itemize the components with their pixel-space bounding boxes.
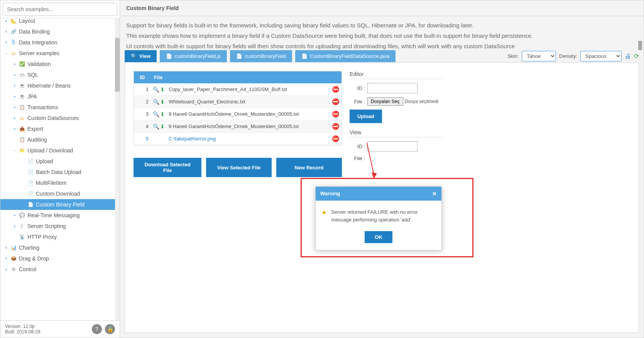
table-row[interactable]: 3🔍⬇9 Haneli GarantiHızlıÖdeme_Ornek_Must… xyxy=(134,108,341,120)
tree-toggle-icon[interactable]: + xyxy=(14,84,18,88)
tree-toggle-icon[interactable]: + xyxy=(14,224,18,228)
tabs-row: 🔍View📄customBinaryField.js📄customBinaryF… xyxy=(120,50,644,62)
tab-custombinaryfield[interactable]: 📄customBinaryField xyxy=(230,50,292,62)
view-icon[interactable]: 🔍 xyxy=(153,86,159,93)
tree-item-real-time-messaging[interactable]: +💬Real-Time Messaging xyxy=(0,210,120,221)
table-row[interactable]: 5C:\fakepath\error.png⛔ xyxy=(134,133,341,145)
tree-node-icon: 📋 xyxy=(19,104,25,110)
header-file[interactable]: File xyxy=(151,71,341,83)
tree-item-sql[interactable]: +🗃SQL xyxy=(0,69,120,80)
tree-item-data-binding[interactable]: +🔗Data Binding xyxy=(0,26,120,37)
view-title: View xyxy=(350,129,442,137)
view-icon[interactable]: 🔍 xyxy=(153,123,159,130)
delete-icon[interactable]: ⛔ xyxy=(330,86,341,93)
header-id[interactable]: ID xyxy=(134,71,151,83)
tree-item-label: Server examples xyxy=(19,50,59,56)
tree-item-auditing[interactable]: 📋Auditing xyxy=(0,134,120,145)
skin-select[interactable]: Tahoe xyxy=(522,51,556,61)
table-row[interactable]: 2🔍⬇Whiteboard_Quartet_Electronic.txt⛔ xyxy=(134,96,341,108)
tree-item-drag-drop[interactable]: +📦Drag & Drop xyxy=(0,253,120,264)
tree-item-label: Custom Binary Field xyxy=(36,201,85,208)
tree-item-custom-binary-field[interactable]: 📄Custom Binary Field xyxy=(0,199,120,210)
tree-item-multifileitem[interactable]: 📄MultiFileItem xyxy=(0,177,120,188)
tree-item-export[interactable]: +📤Export xyxy=(0,123,120,134)
desc-scroll-thumb[interactable] xyxy=(638,41,642,50)
tree-item-data-integration[interactable]: +🗄Data Integration xyxy=(0,37,120,48)
tree-item-server-scripting[interactable]: +ƒServer Scripting xyxy=(0,221,120,232)
search-input[interactable] xyxy=(3,3,117,16)
delete-icon[interactable]: ⛔ xyxy=(330,110,341,118)
tree-toggle-icon[interactable]: + xyxy=(14,95,18,99)
tree-item-label: MultiFileItem xyxy=(36,180,66,186)
lock-button[interactable]: 🔒 xyxy=(105,324,115,334)
table-row[interactable]: 1🔍⬇Copy_laser_Paper_Parchment_A4_110GSM_… xyxy=(134,83,341,96)
tree-toggle-icon[interactable]: + xyxy=(5,19,10,23)
view-id-input[interactable] xyxy=(367,141,418,152)
tree-item-label: Real-Time Messaging xyxy=(27,212,80,218)
tree-toggle-icon[interactable]: + xyxy=(14,73,18,77)
tree-toggle-icon[interactable]: + xyxy=(14,213,18,218)
download-icon[interactable]: ⬇ xyxy=(160,123,165,130)
tree-toggle-icon[interactable]: + xyxy=(5,246,10,250)
tree-item-http-proxy[interactable]: 📡HTTP Proxy xyxy=(0,232,120,242)
view-icon[interactable]: 🔍 xyxy=(153,99,159,105)
nav-tree[interactable]: +📐Layout+🔗Data Binding+🗄Data Integration… xyxy=(0,19,120,320)
new-record-button[interactable]: New Record xyxy=(276,158,342,177)
tree-item-charting[interactable]: +📊Charting xyxy=(0,242,120,253)
table-row[interactable]: 4🔍⬇9 Haneli GarantiHızlıÖdeme_Ornek_Must… xyxy=(134,120,341,133)
tree-item-server-examples[interactable]: −🗂Server examples xyxy=(0,48,120,59)
tree-toggle-icon[interactable]: + xyxy=(5,41,10,45)
refresh-icon[interactable]: ⟳ xyxy=(634,52,639,60)
tree-toggle-icon[interactable]: + xyxy=(14,116,18,120)
tree-item-batch-data-upload[interactable]: 📄Batch Data Upload xyxy=(0,167,120,177)
view-button[interactable]: View Selected File xyxy=(206,158,272,177)
tree-item-jpa[interactable]: +☕JPA xyxy=(0,91,120,102)
cell-id: 4 xyxy=(134,123,151,129)
download-icon[interactable]: ⬇ xyxy=(160,86,165,93)
tree-item-custom-download[interactable]: 📄Custom Download xyxy=(0,188,120,199)
tree-toggle-icon[interactable]: − xyxy=(5,51,10,56)
desc-p2: This example shows how to implement a bi… xyxy=(126,30,637,41)
tree-scrollbar[interactable] xyxy=(115,19,120,320)
density-select[interactable]: Spacious xyxy=(580,51,622,61)
tree-item-upload[interactable]: 📄Upload xyxy=(0,156,120,167)
data-grid[interactable]: ID File 1🔍⬇Copy_laser_Paper_Parchment_A4… xyxy=(134,71,342,145)
download-icon[interactable]: ⬇ xyxy=(160,111,165,117)
upload-button[interactable]: Upload xyxy=(350,110,382,123)
view-icon[interactable]: 🔍 xyxy=(153,111,159,117)
tree-toggle-icon[interactable]: + xyxy=(5,257,10,261)
tab-custombinaryfielddatasource-java[interactable]: 📄CustomBinaryFieldDataSource.java xyxy=(295,50,396,62)
tree-item-custom-datasources[interactable]: +🗂Custom DataSources xyxy=(0,113,120,123)
print-icon[interactable]: 🖨 xyxy=(625,53,631,60)
delete-icon[interactable]: ⛔ xyxy=(330,135,341,142)
tree-item-layout[interactable]: +📐Layout xyxy=(0,19,120,26)
version-text: Version: 12.0p xyxy=(5,324,40,329)
tree-node-icon: 📄 xyxy=(27,169,34,175)
help-button[interactable]: ? xyxy=(92,324,102,334)
delete-icon[interactable]: ⛔ xyxy=(330,98,341,105)
tree-item-upload-download[interactable]: −📁Upload / Download xyxy=(0,145,120,156)
tree-toggle-icon[interactable]: + xyxy=(5,30,10,34)
file-icon: 📄 xyxy=(236,53,242,59)
tree-toggle-icon[interactable]: + xyxy=(14,62,18,66)
download-icon[interactable]: ⬇ xyxy=(160,99,165,105)
tree-item-control[interactable]: +⚙Control xyxy=(0,264,120,275)
tree-toggle-icon[interactable]: − xyxy=(14,149,18,153)
choose-file-button[interactable]: Dosyaları Seç xyxy=(367,97,403,106)
tree-item-validation[interactable]: +✅Validation xyxy=(0,59,120,69)
tree-scroll-thumb[interactable] xyxy=(115,38,120,92)
tree-toggle-icon[interactable]: + xyxy=(5,267,10,272)
cell-file: Whiteboard_Quartet_Electronic.txt xyxy=(166,99,330,105)
tree-toggle-icon[interactable]: + xyxy=(14,127,18,131)
download-button[interactable]: Download Selected File xyxy=(134,158,201,177)
tree-item-hibernate-beans[interactable]: +☕Hibernate / Beans xyxy=(0,80,120,91)
skin-label: Skin: xyxy=(507,53,519,59)
tab-custombinaryfield-js[interactable]: 📄customBinaryField.js xyxy=(160,50,227,62)
editor-id-input[interactable] xyxy=(367,83,418,93)
tree-toggle-icon[interactable]: + xyxy=(14,105,18,110)
tree-item-transactions[interactable]: +📋Transactions xyxy=(0,102,120,113)
ok-button[interactable]: OK xyxy=(365,231,392,243)
tab-view[interactable]: 🔍View xyxy=(125,50,157,62)
close-icon[interactable]: ✕ xyxy=(432,191,437,197)
delete-icon[interactable]: ⛔ xyxy=(330,123,341,130)
